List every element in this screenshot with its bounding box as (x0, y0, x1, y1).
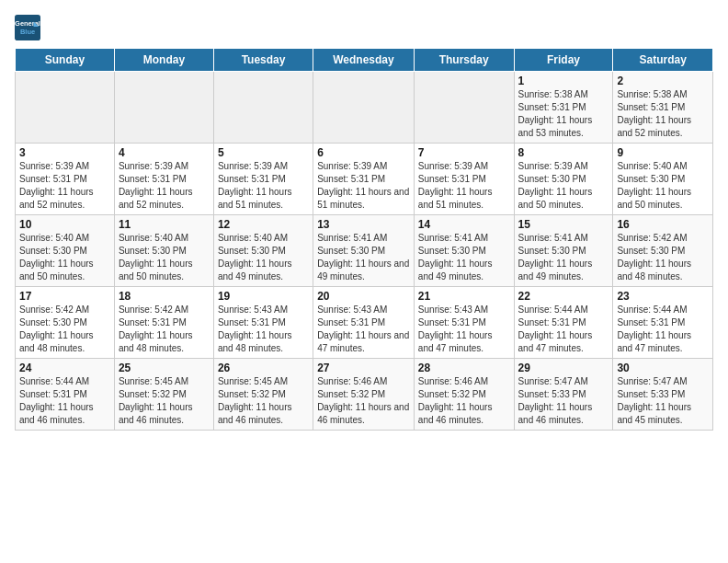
week-row-4: 17Sunrise: 5:42 AM Sunset: 5:30 PM Dayli… (16, 287, 713, 359)
col-header-saturday: Saturday (613, 49, 713, 72)
day-info: Sunrise: 5:46 AM Sunset: 5:32 PM Dayligh… (418, 375, 510, 427)
day-cell: 4Sunrise: 5:39 AM Sunset: 5:31 PM Daylig… (114, 144, 213, 215)
day-info: Sunrise: 5:40 AM Sunset: 5:30 PM Dayligh… (218, 232, 309, 283)
day-info: Sunrise: 5:42 AM Sunset: 5:30 PM Dayligh… (617, 232, 709, 283)
day-number: 19 (218, 290, 309, 303)
day-number: 3 (19, 146, 110, 159)
day-info: Sunrise: 5:41 AM Sunset: 5:30 PM Dayligh… (317, 232, 410, 283)
day-cell: 11Sunrise: 5:40 AM Sunset: 5:30 PM Dayli… (114, 215, 213, 287)
day-info: Sunrise: 5:45 AM Sunset: 5:32 PM Dayligh… (218, 375, 309, 427)
day-cell: 23Sunrise: 5:44 AM Sunset: 5:31 PM Dayli… (613, 287, 713, 359)
day-number: 29 (518, 362, 609, 374)
day-info: Sunrise: 5:42 AM Sunset: 5:31 PM Dayligh… (119, 304, 210, 355)
day-cell: 20Sunrise: 5:43 AM Sunset: 5:31 PM Dayli… (313, 287, 415, 359)
day-cell: 14Sunrise: 5:41 AM Sunset: 5:30 PM Dayli… (414, 215, 514, 287)
day-info: Sunrise: 5:43 AM Sunset: 5:31 PM Dayligh… (218, 304, 309, 355)
svg-text:Blue: Blue (20, 28, 35, 36)
day-cell: 8Sunrise: 5:39 AM Sunset: 5:30 PM Daylig… (514, 144, 613, 215)
header: General Blue (15, 15, 713, 40)
week-row-1: 1Sunrise: 5:38 AM Sunset: 5:31 PM Daylig… (16, 72, 713, 144)
day-number: 9 (617, 146, 709, 159)
day-info: Sunrise: 5:40 AM Sunset: 5:30 PM Dayligh… (19, 232, 110, 283)
day-info: Sunrise: 5:47 AM Sunset: 5:33 PM Dayligh… (617, 375, 709, 427)
day-cell: 2Sunrise: 5:38 AM Sunset: 5:31 PM Daylig… (613, 72, 713, 144)
week-row-2: 3Sunrise: 5:39 AM Sunset: 5:31 PM Daylig… (16, 144, 713, 215)
day-number: 14 (418, 218, 510, 231)
day-cell: 28Sunrise: 5:46 AM Sunset: 5:32 PM Dayli… (414, 359, 514, 431)
col-header-friday: Friday (514, 49, 613, 72)
logo: General Blue (15, 15, 44, 40)
col-header-sunday: Sunday (16, 49, 115, 72)
day-cell: 10Sunrise: 5:40 AM Sunset: 5:30 PM Dayli… (16, 215, 115, 287)
day-info: Sunrise: 5:39 AM Sunset: 5:31 PM Dayligh… (317, 160, 410, 212)
day-number: 20 (317, 290, 410, 303)
calendar-body: 1Sunrise: 5:38 AM Sunset: 5:31 PM Daylig… (16, 72, 713, 431)
day-cell: 30Sunrise: 5:47 AM Sunset: 5:33 PM Dayli… (613, 359, 713, 431)
day-number: 28 (418, 362, 510, 374)
header-row: SundayMondayTuesdayWednesdayThursdayFrid… (16, 49, 713, 72)
day-number: 1 (518, 75, 609, 87)
day-number: 7 (418, 146, 510, 159)
day-number: 21 (418, 290, 510, 303)
day-number: 23 (617, 290, 709, 303)
day-info: Sunrise: 5:38 AM Sunset: 5:31 PM Dayligh… (617, 88, 709, 140)
day-info: Sunrise: 5:39 AM Sunset: 5:30 PM Dayligh… (518, 160, 609, 212)
day-info: Sunrise: 5:40 AM Sunset: 5:30 PM Dayligh… (617, 160, 709, 212)
day-cell: 18Sunrise: 5:42 AM Sunset: 5:31 PM Dayli… (114, 287, 213, 359)
col-header-thursday: Thursday (414, 49, 514, 72)
day-info: Sunrise: 5:44 AM Sunset: 5:31 PM Dayligh… (19, 375, 110, 427)
day-cell (414, 72, 514, 144)
day-number: 22 (518, 290, 609, 303)
day-info: Sunrise: 5:45 AM Sunset: 5:32 PM Dayligh… (119, 375, 210, 427)
week-row-5: 24Sunrise: 5:44 AM Sunset: 5:31 PM Dayli… (16, 359, 713, 431)
day-number: 18 (119, 290, 210, 303)
day-info: Sunrise: 5:44 AM Sunset: 5:31 PM Dayligh… (617, 304, 709, 355)
day-info: Sunrise: 5:39 AM Sunset: 5:31 PM Dayligh… (418, 160, 510, 212)
day-cell (313, 72, 415, 144)
day-number: 4 (119, 146, 210, 159)
day-info: Sunrise: 5:39 AM Sunset: 5:31 PM Dayligh… (19, 160, 110, 212)
day-cell (16, 72, 115, 144)
day-info: Sunrise: 5:47 AM Sunset: 5:33 PM Dayligh… (518, 375, 609, 427)
day-cell: 17Sunrise: 5:42 AM Sunset: 5:30 PM Dayli… (16, 287, 115, 359)
day-cell: 12Sunrise: 5:40 AM Sunset: 5:30 PM Dayli… (213, 215, 313, 287)
day-info: Sunrise: 5:40 AM Sunset: 5:30 PM Dayligh… (119, 232, 210, 283)
day-number: 10 (19, 218, 110, 231)
day-number: 15 (518, 218, 609, 231)
day-number: 8 (518, 146, 609, 159)
day-info: Sunrise: 5:43 AM Sunset: 5:31 PM Dayligh… (418, 304, 510, 355)
week-row-3: 10Sunrise: 5:40 AM Sunset: 5:30 PM Dayli… (16, 215, 713, 287)
day-cell: 13Sunrise: 5:41 AM Sunset: 5:30 PM Dayli… (313, 215, 415, 287)
col-header-tuesday: Tuesday (213, 49, 313, 72)
day-cell: 27Sunrise: 5:46 AM Sunset: 5:32 PM Dayli… (313, 359, 415, 431)
day-info: Sunrise: 5:44 AM Sunset: 5:31 PM Dayligh… (518, 304, 609, 355)
day-cell (114, 72, 213, 144)
day-number: 11 (119, 218, 210, 231)
day-cell: 25Sunrise: 5:45 AM Sunset: 5:32 PM Dayli… (114, 359, 213, 431)
day-cell: 26Sunrise: 5:45 AM Sunset: 5:32 PM Dayli… (213, 359, 313, 431)
day-number: 27 (317, 362, 410, 374)
day-info: Sunrise: 5:41 AM Sunset: 5:30 PM Dayligh… (518, 232, 609, 283)
day-info: Sunrise: 5:39 AM Sunset: 5:31 PM Dayligh… (119, 160, 210, 212)
calendar-table: SundayMondayTuesdayWednesdayThursdayFrid… (15, 48, 713, 431)
day-number: 24 (19, 362, 110, 374)
day-number: 13 (317, 218, 410, 231)
day-number: 26 (218, 362, 309, 374)
day-info: Sunrise: 5:41 AM Sunset: 5:30 PM Dayligh… (418, 232, 510, 283)
day-cell: 9Sunrise: 5:40 AM Sunset: 5:30 PM Daylig… (613, 144, 713, 215)
day-number: 6 (317, 146, 410, 159)
day-number: 5 (218, 146, 309, 159)
calendar-header: SundayMondayTuesdayWednesdayThursdayFrid… (16, 49, 713, 72)
col-header-wednesday: Wednesday (313, 49, 415, 72)
day-number: 17 (19, 290, 110, 303)
day-cell: 22Sunrise: 5:44 AM Sunset: 5:31 PM Dayli… (514, 287, 613, 359)
day-info: Sunrise: 5:46 AM Sunset: 5:32 PM Dayligh… (317, 375, 410, 427)
day-cell: 3Sunrise: 5:39 AM Sunset: 5:31 PM Daylig… (16, 144, 115, 215)
day-number: 30 (617, 362, 709, 374)
day-cell: 29Sunrise: 5:47 AM Sunset: 5:33 PM Dayli… (514, 359, 613, 431)
day-cell (213, 72, 313, 144)
day-number: 25 (119, 362, 210, 374)
day-info: Sunrise: 5:43 AM Sunset: 5:31 PM Dayligh… (317, 304, 410, 355)
day-cell: 5Sunrise: 5:39 AM Sunset: 5:31 PM Daylig… (213, 144, 313, 215)
day-number: 2 (617, 75, 709, 87)
